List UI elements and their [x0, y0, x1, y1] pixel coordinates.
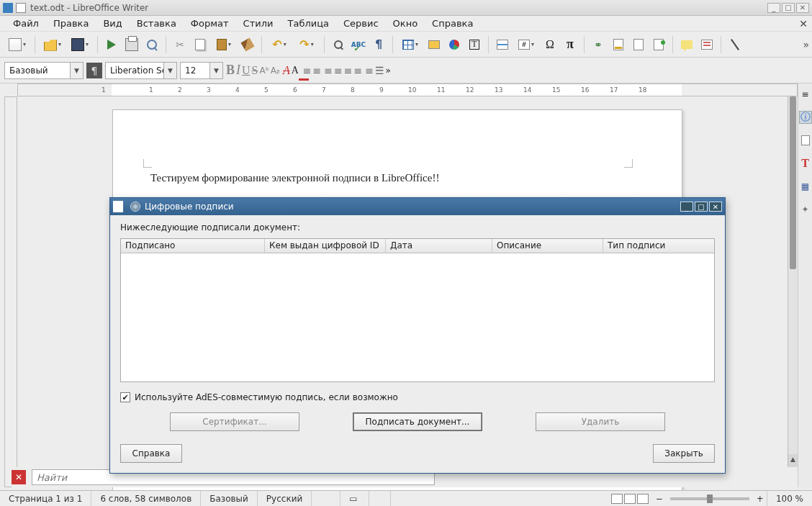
- clear-formatting-button[interactable]: A: [283, 64, 290, 77]
- insert-formula-button[interactable]: π: [561, 35, 579, 54]
- remove-signature-button[interactable]: Удалить: [536, 412, 665, 431]
- paragraph-spacing-button[interactable]: ☰: [375, 65, 384, 76]
- signatures-list[interactable]: Подписано Кем выдан цифровой ID Дата Опи…: [120, 238, 715, 382]
- draw-line-button[interactable]: [726, 35, 744, 54]
- insert-special-char-button[interactable]: Ω: [541, 35, 559, 54]
- align-left-button[interactable]: ≡: [324, 65, 333, 76]
- bullet-list-button[interactable]: ≡: [303, 65, 312, 76]
- close-document-button[interactable]: ✕: [799, 18, 808, 30]
- status-page[interactable]: Страница 1 из 1: [0, 491, 91, 506]
- align-justify-button[interactable]: ≡: [353, 65, 362, 76]
- sidebar-gallery-button[interactable]: ▦: [799, 180, 812, 193]
- spellcheck-button[interactable]: ABC: [349, 35, 368, 54]
- find-close-button[interactable]: ✕: [12, 470, 26, 484]
- paragraph-style-combo[interactable]: Базовый ▼: [4, 62, 84, 79]
- status-selection-mode[interactable]: ▭: [340, 491, 369, 506]
- font-color-button[interactable]: A: [292, 65, 299, 76]
- undo-button[interactable]: ↶: [266, 35, 292, 54]
- sidebar-navigator-button[interactable]: ✦: [799, 203, 812, 216]
- find-replace-button[interactable]: [329, 35, 348, 54]
- ades-checkbox[interactable]: ✔: [120, 392, 130, 402]
- vertical-scrollbar[interactable]: ▲ ▼: [788, 96, 798, 474]
- window-maximize-button[interactable]: □: [782, 3, 795, 13]
- dialog-minimize-button[interactable]: _: [680, 202, 693, 212]
- col-date[interactable]: Дата: [386, 239, 492, 253]
- sidebar-styles-button[interactable]: T: [799, 157, 812, 170]
- clone-formatting-button[interactable]: [238, 35, 257, 54]
- insert-textbox-button[interactable]: T: [465, 35, 484, 54]
- new-style-button[interactable]: [86, 63, 102, 78]
- print-button[interactable]: [122, 35, 141, 54]
- status-signature[interactable]: [369, 491, 391, 506]
- document-text[interactable]: Тестируем формирование электронной подпи…: [150, 172, 627, 184]
- zoom-percent[interactable]: 100 %: [767, 491, 812, 506]
- menu-tools[interactable]: Сервис: [336, 16, 386, 31]
- close-button[interactable]: Закрыть: [653, 444, 715, 463]
- help-button[interactable]: Справка: [120, 444, 182, 463]
- menu-edit[interactable]: Правка: [46, 16, 96, 31]
- new-document-button[interactable]: [4, 35, 30, 54]
- window-close-button[interactable]: ✕: [796, 3, 809, 13]
- menu-format[interactable]: Формат: [184, 16, 236, 31]
- font-size-combo[interactable]: 12 ▼: [180, 62, 223, 79]
- insert-page-break-button[interactable]: [493, 35, 512, 54]
- underline-button[interactable]: U: [242, 64, 251, 77]
- menu-styles[interactable]: Стили: [236, 16, 281, 31]
- zoom-slider[interactable]: [670, 497, 749, 500]
- insert-table-button[interactable]: [397, 35, 423, 54]
- window-minimize-button[interactable]: _: [767, 3, 780, 13]
- sidebar-properties-button[interactable]: ≡: [799, 88, 812, 101]
- sidebar-page-button[interactable]: [799, 134, 812, 147]
- horizontal-ruler[interactable]: 1 1 2 3 4 5 6 7 8 9 10 11 12 13 14 15 16…: [17, 83, 798, 96]
- bold-button[interactable]: B: [226, 63, 235, 78]
- italic-button[interactable]: I: [236, 63, 240, 78]
- dialog-titlebar[interactable]: Цифровые подписи _ □ ✕: [110, 198, 725, 215]
- copy-button[interactable]: [191, 35, 209, 54]
- col-description[interactable]: Описание: [492, 239, 603, 253]
- menu-window[interactable]: Окно: [386, 16, 425, 31]
- dialog-close-icon[interactable]: ✕: [709, 202, 722, 212]
- menu-table[interactable]: Таблица: [280, 16, 336, 31]
- view-certificate-button[interactable]: Сертификат...: [170, 412, 299, 431]
- sidebar-info-button[interactable]: ⓘ: [799, 111, 812, 124]
- menu-view[interactable]: Вид: [96, 16, 129, 31]
- status-insert-mode[interactable]: [312, 491, 340, 506]
- open-button[interactable]: [40, 35, 66, 54]
- dialog-settings-icon[interactable]: [130, 202, 140, 212]
- menu-file[interactable]: Файл: [6, 16, 46, 31]
- line-spacing-button[interactable]: ≡: [365, 65, 374, 76]
- redo-button[interactable]: ↷: [294, 35, 320, 54]
- zoom-in-button[interactable]: +: [754, 494, 767, 504]
- align-right-button[interactable]: ≡: [344, 65, 353, 76]
- formatting-marks-button[interactable]: ¶: [369, 35, 388, 54]
- track-changes-button[interactable]: [698, 35, 716, 54]
- menu-help[interactable]: Справка: [425, 16, 480, 31]
- col-signed-by[interactable]: Подписано: [121, 239, 265, 253]
- sign-document-button[interactable]: Подписать документ...: [353, 412, 482, 431]
- single-page-view-icon[interactable]: [611, 494, 623, 504]
- status-page-style[interactable]: Базовый: [201, 491, 258, 506]
- number-list-button[interactable]: ≡: [313, 65, 322, 76]
- font-name-combo[interactable]: Liberation Se ▼: [105, 62, 177, 79]
- col-issuer[interactable]: Кем выдан цифровой ID: [265, 239, 386, 253]
- multi-page-view-icon[interactable]: [624, 494, 636, 504]
- strikethrough-button[interactable]: S: [252, 64, 258, 77]
- save-button[interactable]: [67, 35, 93, 54]
- insert-field-button[interactable]: #: [513, 35, 539, 54]
- insert-footnote-button[interactable]: [609, 35, 628, 54]
- align-center-button[interactable]: ≡: [334, 65, 343, 76]
- subscript-button[interactable]: Aᵦ: [271, 65, 280, 76]
- ades-checkbox-row[interactable]: ✔ Используйте AdES-совместимую подпись, …: [120, 392, 715, 402]
- zoom-out-button[interactable]: −: [653, 494, 666, 504]
- insert-image-button[interactable]: [425, 35, 443, 54]
- print-preview-button[interactable]: [143, 35, 161, 54]
- book-view-icon[interactable]: [637, 494, 649, 504]
- col-sig-type[interactable]: Тип подписи: [603, 239, 714, 253]
- status-language[interactable]: Русский: [258, 491, 312, 506]
- dialog-maximize-button[interactable]: □: [695, 202, 708, 212]
- insert-hyperlink-button[interactable]: ⚭: [589, 35, 608, 54]
- toolbar-overflow-button[interactable]: »: [803, 39, 809, 50]
- insert-bookmark-button[interactable]: [629, 35, 648, 54]
- paste-button[interactable]: [211, 35, 237, 54]
- insert-chart-button[interactable]: [445, 35, 464, 54]
